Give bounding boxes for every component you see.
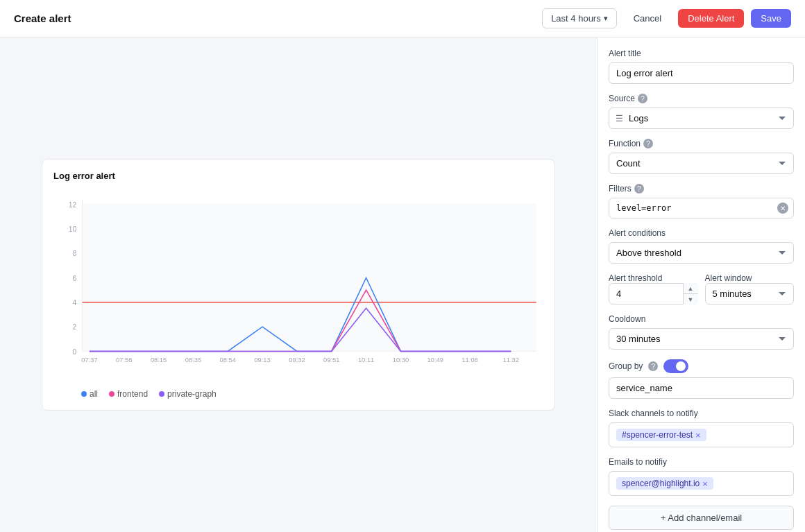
alert-title-group: Alert title — [609, 49, 794, 84]
legend-label-frontend: frontend — [117, 389, 148, 399]
email-tag: spencer@highlight.io × — [616, 477, 713, 490]
chart-container: 0 2 4 6 8 10 12 07:37 07:56 08:15 08:35 — [53, 189, 543, 384]
svg-text:11:32: 11:32 — [503, 357, 519, 363]
svg-text:09:13: 09:13 — [254, 357, 270, 363]
legend-dot-all — [81, 391, 87, 397]
slack-tag-input[interactable]: #spencer-error-test × — [609, 422, 794, 447]
legend-dot-private-graph — [159, 391, 164, 397]
function-help-icon: ? — [643, 139, 653, 148]
group-by-row: Group by ? — [609, 359, 794, 373]
header: Create alert Last 4 hours ▾ Cancel Delet… — [0, 0, 805, 37]
group-by-help-icon: ? — [648, 361, 658, 371]
alert-window-group: Alert window 1 minute 5 minutes 15 minut… — [705, 273, 795, 304]
group-by-group: Group by ? — [609, 359, 794, 399]
email-tag-remove-button[interactable]: × — [702, 479, 708, 488]
svg-text:08:15: 08:15 — [151, 357, 167, 363]
svg-text:10: 10 — [69, 225, 77, 233]
svg-text:4: 4 — [72, 299, 76, 307]
svg-text:11:08: 11:08 — [461, 357, 477, 363]
filters-help-icon: ? — [634, 184, 644, 194]
chevron-down-icon: ▾ — [604, 14, 608, 23]
time-selector-label: Last 4 hours — [551, 13, 601, 24]
alert-window-select[interactable]: 1 minute 5 minutes 15 minutes 30 minutes… — [705, 283, 795, 304]
alert-window-label: Alert window — [705, 273, 795, 283]
source-help-icon: ? — [638, 94, 647, 103]
header-actions: Last 4 hours ▾ Cancel Delete Alert Save — [542, 8, 791, 28]
legend-item-private-graph: private-graph — [159, 389, 217, 399]
svg-text:08:35: 08:35 — [185, 357, 201, 363]
cooldown-select[interactable]: 5 minutes 15 minutes 30 minutes 1 hour 2… — [609, 328, 794, 350]
legend-item-frontend: frontend — [109, 389, 148, 399]
svg-text:09:32: 09:32 — [289, 357, 305, 363]
chart-legend: all frontend private-graph — [53, 389, 543, 399]
svg-text:09:51: 09:51 — [323, 357, 339, 363]
alert-title-label: Alert title — [609, 49, 794, 58]
svg-text:12: 12 — [69, 201, 77, 209]
emails-group: Emails to notifiy spencer@highlight.io × — [609, 457, 794, 496]
cooldown-group: Cooldown 5 minutes 15 minutes 30 minutes… — [609, 314, 794, 350]
svg-text:2: 2 — [72, 323, 76, 331]
filters-clear-button[interactable]: ✕ — [777, 203, 788, 214]
filters-group: Filters ? ✕ — [609, 184, 794, 218]
logs-icon: ☰ — [616, 114, 623, 123]
alert-threshold-group: Alert threshold ▲ ▼ — [609, 273, 698, 304]
toggle-slider — [663, 359, 688, 373]
threshold-window-row: Alert threshold ▲ ▼ Alert window 1 minut… — [609, 273, 794, 304]
slack-tag: #spencer-error-test × — [616, 429, 706, 441]
group-by-label: Group by — [609, 361, 643, 371]
source-select-wrapper: ☰ Logs Metrics Traces — [609, 108, 794, 129]
slack-tag-label: #spencer-error-test — [622, 430, 693, 440]
group-by-toggle[interactable] — [663, 359, 688, 373]
threshold-decrement-button[interactable]: ▼ — [684, 294, 698, 304]
function-select[interactable]: Count Sum Average Min Max — [609, 153, 794, 174]
slack-channels-label: Slack channels to notifiy — [609, 409, 794, 418]
chart-area: Log error alert 0 2 — [0, 37, 597, 532]
group-by-input[interactable] — [609, 377, 794, 399]
svg-text:8: 8 — [72, 250, 76, 257]
svg-text:08:54: 08:54 — [220, 357, 236, 363]
function-label: Function ? — [609, 139, 794, 148]
chart-card: Log error alert 0 2 — [42, 159, 555, 411]
email-tag-label: spencer@highlight.io — [622, 479, 700, 488]
add-channel-button[interactable]: + Add channel/email — [609, 506, 794, 530]
svg-text:07:37: 07:37 — [81, 357, 97, 363]
delete-alert-button[interactable]: Delete Alert — [678, 9, 744, 28]
svg-text:6: 6 — [72, 275, 76, 282]
filters-input[interactable] — [609, 198, 794, 218]
page-title: Create alert — [14, 12, 71, 24]
legend-label-all: all — [90, 389, 98, 399]
filters-label: Filters ? — [609, 184, 794, 194]
email-tag-input[interactable]: spencer@highlight.io × — [609, 471, 794, 496]
filter-input-wrapper: ✕ — [609, 198, 794, 218]
threshold-input-wrapper: ▲ ▼ — [609, 283, 698, 304]
legend-item-all: all — [81, 389, 98, 399]
alert-conditions-label: Alert conditions — [609, 228, 794, 238]
alert-title-input[interactable] — [609, 62, 794, 84]
save-button[interactable]: Save — [751, 9, 791, 28]
right-panel: Alert title Source ? ☰ Logs Metrics Trac… — [597, 37, 805, 532]
svg-rect-16 — [83, 205, 536, 352]
threshold-spinners: ▲ ▼ — [683, 283, 698, 304]
cooldown-label: Cooldown — [609, 314, 794, 324]
alert-threshold-label: Alert threshold — [609, 273, 698, 283]
source-select[interactable]: Logs Metrics Traces — [609, 108, 794, 129]
emails-label: Emails to notifiy — [609, 457, 794, 467]
alert-conditions-group: Alert conditions Above threshold Below t… — [609, 228, 794, 264]
svg-text:10:30: 10:30 — [393, 357, 409, 363]
legend-label-private-graph: private-graph — [167, 389, 217, 399]
chart-svg: 0 2 4 6 8 10 12 07:37 07:56 08:15 08:35 — [53, 189, 543, 384]
time-selector-button[interactable]: Last 4 hours ▾ — [542, 8, 617, 28]
svg-text:10:11: 10:11 — [358, 357, 374, 363]
threshold-increment-button[interactable]: ▲ — [684, 283, 698, 294]
cancel-button[interactable]: Cancel — [624, 9, 671, 28]
legend-dot-frontend — [109, 391, 115, 397]
svg-text:10:49: 10:49 — [427, 357, 443, 363]
slack-tag-remove-button[interactable]: × — [695, 431, 701, 440]
alert-conditions-select[interactable]: Above threshold Below threshold Outside … — [609, 242, 794, 264]
slack-channels-group: Slack channels to notifiy #spencer-error… — [609, 409, 794, 447]
svg-text:0: 0 — [72, 348, 76, 356]
svg-text:07:56: 07:56 — [116, 357, 132, 363]
main-content: Log error alert 0 2 — [0, 37, 805, 532]
function-group: Function ? Count Sum Average Min Max — [609, 139, 794, 174]
source-label: Source ? — [609, 94, 794, 103]
